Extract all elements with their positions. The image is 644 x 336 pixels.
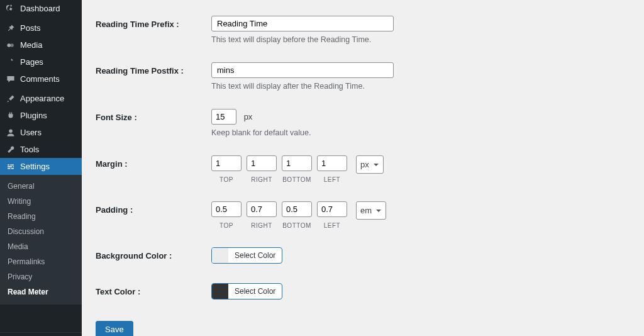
- sidebar-item-label: Pages: [20, 57, 43, 67]
- font-size-input[interactable]: [211, 109, 236, 125]
- text-color-swatch: [212, 284, 228, 299]
- margin-top-caption: TOP: [219, 176, 233, 183]
- admin-sidebar: Dashboard Posts Media Pages Comments: [0, 0, 82, 336]
- submenu-discussion[interactable]: Discussion: [0, 224, 82, 239]
- svg-point-2: [9, 129, 13, 133]
- text-color-picker[interactable]: Select Color: [211, 283, 282, 300]
- margin-unit-value: px: [360, 160, 369, 169]
- bg-color-picker[interactable]: Select Color: [211, 247, 282, 264]
- sidebar-item-label: Dashboard: [20, 4, 60, 13]
- sidebar-item-comments[interactable]: Comments: [0, 70, 82, 87]
- bg-color-label: Background Color :: [96, 247, 211, 265]
- sidebar-item-users[interactable]: Users: [0, 124, 82, 141]
- padding-unit-select[interactable]: em: [356, 201, 386, 220]
- padding-right-input[interactable]: [247, 201, 277, 217]
- text-color-button-label: Select Color: [228, 284, 282, 299]
- sidebar-item-dashboard[interactable]: Dashboard: [0, 0, 82, 17]
- sidebar-item-settings[interactable]: Settings: [0, 158, 82, 175]
- submenu-media[interactable]: Media: [0, 239, 82, 254]
- sidebar-item-label: Tools: [20, 145, 39, 154]
- plug-icon: [6, 111, 15, 120]
- sidebar-item-label: Media: [20, 40, 42, 50]
- sidebar-item-label: Plugins: [20, 111, 47, 120]
- bg-color-swatch: [212, 248, 228, 263]
- sidebar-item-appearance[interactable]: Appearance: [0, 90, 82, 107]
- margin-left-input[interactable]: [317, 155, 347, 171]
- user-icon: [6, 128, 15, 137]
- padding-right-caption: RIGHT: [251, 222, 272, 229]
- font-size-desc: Keep blank for default value.: [211, 128, 630, 137]
- prefix-label: Reading Time Prefix :: [96, 16, 211, 44]
- page-icon: [6, 58, 15, 67]
- sidebar-item-plugins[interactable]: Plugins: [0, 107, 82, 124]
- sidebar-item-posts[interactable]: Posts: [0, 20, 82, 36]
- margin-left-caption: LEFT: [324, 176, 340, 183]
- postfix-desc: This text will display after the Reading…: [211, 82, 630, 91]
- margin-label: Margin :: [96, 155, 211, 183]
- submenu-permalinks[interactable]: Permalinks: [0, 254, 82, 269]
- sidebar-item-label: Users: [20, 128, 42, 137]
- chevron-down-icon: [375, 208, 382, 214]
- padding-bottom-input[interactable]: [282, 201, 312, 217]
- submenu-privacy[interactable]: Privacy: [0, 269, 82, 284]
- padding-left-caption: LEFT: [324, 222, 340, 229]
- padding-top-caption: TOP: [219, 222, 233, 229]
- sidebar-item-media[interactable]: Media: [0, 36, 82, 53]
- margin-unit-select[interactable]: px: [356, 155, 384, 174]
- chevron-down-icon: [373, 162, 379, 168]
- padding-unit-value: em: [360, 206, 372, 215]
- padding-top-input[interactable]: [211, 201, 242, 217]
- sidebar-item-label: Comments: [20, 74, 60, 84]
- dashboard-icon: [6, 4, 15, 13]
- padding-bottom-caption: BOTTOM: [282, 222, 311, 229]
- bg-color-button-label: Select Color: [228, 248, 282, 263]
- sidebar-item-pages[interactable]: Pages: [0, 53, 82, 70]
- sidebar-item-label: Settings: [20, 162, 50, 171]
- svg-point-1: [10, 43, 14, 47]
- media-icon: [6, 41, 15, 50]
- svg-point-0: [7, 43, 11, 47]
- padding-left-input[interactable]: [317, 201, 347, 217]
- settings-form: Reading Time Prefix : This text will dis…: [82, 0, 644, 336]
- postfix-input[interactable]: [211, 62, 394, 78]
- text-color-label: Text Color :: [96, 283, 211, 301]
- wrench-icon: [6, 145, 15, 154]
- sidebar-item-tools[interactable]: Tools: [0, 141, 82, 158]
- submenu-reading[interactable]: Reading: [0, 209, 82, 224]
- prefix-input[interactable]: [211, 16, 394, 31]
- submenu-general[interactable]: General: [0, 179, 82, 194]
- settings-submenu: General Writing Reading Discussion Media…: [0, 175, 82, 305]
- sidebar-item-label: Posts: [20, 23, 41, 33]
- sliders-icon: [6, 162, 15, 171]
- submenu-read-meter[interactable]: Read Meter: [0, 284, 82, 300]
- brush-icon: [6, 94, 15, 103]
- submenu-writing[interactable]: Writing: [0, 194, 82, 209]
- margin-right-input[interactable]: [247, 155, 277, 171]
- font-size-label: Font Size :: [96, 109, 211, 137]
- margin-bottom-caption: BOTTOM: [282, 176, 311, 183]
- comment-icon: [6, 75, 15, 84]
- font-size-unit: px: [244, 112, 253, 121]
- save-button[interactable]: Save: [96, 321, 133, 336]
- collapse-menu[interactable]: Collapse menu: [0, 332, 82, 336]
- sidebar-item-label: Appearance: [20, 94, 64, 103]
- postfix-label: Reading Time Postfix :: [96, 62, 211, 91]
- margin-bottom-input[interactable]: [282, 155, 312, 171]
- pin-icon: [6, 24, 15, 33]
- margin-top-input[interactable]: [211, 155, 242, 171]
- prefix-desc: This text will display before the Readin…: [211, 35, 630, 44]
- padding-label: Padding :: [96, 201, 211, 229]
- margin-right-caption: RIGHT: [251, 176, 272, 183]
